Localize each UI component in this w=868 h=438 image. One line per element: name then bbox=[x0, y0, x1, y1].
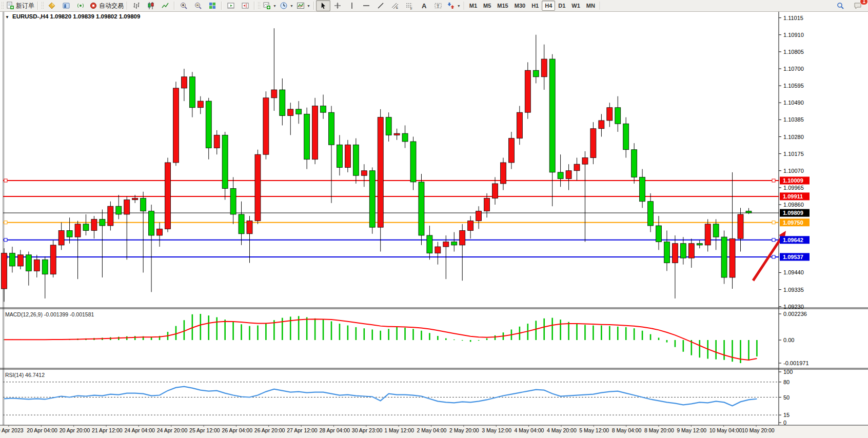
time-axis-label: 25 Apr 12:00 bbox=[189, 427, 220, 433]
auto-scroll-button[interactable] bbox=[224, 0, 238, 11]
line-handle[interactable] bbox=[772, 221, 775, 224]
timeframe-h1-button[interactable]: H1 bbox=[528, 1, 542, 11]
candle-body bbox=[427, 235, 432, 253]
fibonacci-button[interactable]: F bbox=[402, 0, 417, 11]
candle-body bbox=[149, 211, 154, 235]
price-badge-label: 1.09642 bbox=[783, 237, 803, 243]
bars-chart-icon bbox=[132, 2, 141, 10]
candle-body bbox=[688, 244, 694, 258]
line-handle[interactable] bbox=[4, 179, 7, 182]
tile-windows-button[interactable] bbox=[205, 0, 220, 11]
new-order-button[interactable]: 新订单 bbox=[5, 0, 36, 11]
hline-button[interactable] bbox=[359, 0, 373, 11]
crosshair-button[interactable] bbox=[330, 0, 345, 11]
candle-body bbox=[369, 171, 375, 227]
line-handle[interactable] bbox=[4, 221, 7, 224]
candle-body bbox=[42, 260, 48, 274]
line-chart-button[interactable] bbox=[158, 0, 172, 11]
candle-body bbox=[672, 244, 678, 263]
autotrade-button[interactable]: 自动交易 bbox=[88, 0, 125, 11]
svg-text:T: T bbox=[437, 4, 440, 9]
toolbar-separator bbox=[600, 2, 601, 10]
rsi-indicator-label: RSI(14) 46.7412 bbox=[5, 372, 45, 378]
time-axis-label: 1 May 12:00 bbox=[384, 427, 414, 433]
timeframe-m5-button[interactable]: M5 bbox=[480, 1, 494, 11]
candle-body bbox=[378, 117, 383, 228]
timeframe-m30-button[interactable]: M30 bbox=[511, 1, 528, 11]
timeframe-w1-button[interactable]: W1 bbox=[568, 1, 583, 11]
data-window-button[interactable] bbox=[59, 0, 73, 11]
rsi-axis-label: 100 bbox=[783, 369, 793, 375]
candle-body bbox=[664, 242, 669, 263]
candle-body bbox=[402, 133, 408, 142]
arrows-button[interactable]: ▼ bbox=[445, 0, 462, 11]
candle-chart-button[interactable] bbox=[144, 0, 158, 11]
price-axis-label: 1.10700 bbox=[783, 66, 804, 72]
time-axis-label: 8 May 20:00 bbox=[644, 427, 674, 433]
candle-body bbox=[312, 106, 318, 160]
search-button[interactable] bbox=[833, 0, 847, 11]
symbol-dropdown-icon[interactable]: ▼ bbox=[5, 15, 9, 19]
chevron-down-icon: ▼ bbox=[307, 4, 310, 8]
text-icon: A bbox=[420, 2, 428, 10]
indicators-button[interactable]: ▼ bbox=[295, 0, 312, 11]
candle-body bbox=[590, 129, 596, 158]
candle-body bbox=[632, 150, 637, 177]
channel-button[interactable]: E bbox=[388, 0, 402, 11]
price-axis-label: 1.10490 bbox=[783, 99, 804, 106]
time-axis-label: 4 May 20:00 bbox=[547, 427, 577, 433]
cursor-button[interactable] bbox=[316, 0, 330, 11]
period-clock-icon bbox=[280, 2, 288, 10]
time-axis-label: 26 Apr 20:00 bbox=[254, 427, 285, 433]
candle-body bbox=[443, 242, 449, 247]
line-handle[interactable] bbox=[772, 255, 775, 258]
period-clock-button[interactable]: ▼ bbox=[278, 0, 295, 11]
zoom-out-button[interactable] bbox=[191, 0, 205, 11]
candle-body bbox=[9, 253, 15, 266]
timeframe-m15-button[interactable]: M15 bbox=[494, 1, 511, 11]
timeframe-m1-button[interactable]: M1 bbox=[466, 1, 480, 11]
candle-body bbox=[386, 117, 391, 135]
price-axis-label: 1.10070 bbox=[783, 168, 804, 174]
candle-body bbox=[230, 188, 236, 214]
price-axis-label: 1.09965 bbox=[783, 185, 804, 191]
vline-button[interactable] bbox=[345, 0, 359, 11]
trendline-button[interactable] bbox=[373, 0, 388, 11]
line-handle[interactable] bbox=[4, 238, 7, 242]
chart-shift-button[interactable] bbox=[238, 0, 252, 11]
time-axis-label: 2 May 04:00 bbox=[417, 427, 447, 433]
toolbar-separator bbox=[221, 2, 222, 10]
candle-body bbox=[410, 142, 416, 182]
zoom-in-button[interactable] bbox=[176, 0, 191, 11]
market-watch-button[interactable] bbox=[45, 0, 59, 11]
navigator-button[interactable] bbox=[73, 0, 88, 11]
label-button[interactable]: T bbox=[431, 0, 445, 11]
candle-body bbox=[157, 229, 163, 235]
candle-body bbox=[729, 238, 735, 277]
cursor-icon bbox=[319, 2, 327, 10]
text-button[interactable]: A bbox=[417, 0, 431, 11]
candle-body bbox=[656, 226, 662, 242]
candle-body bbox=[623, 124, 629, 149]
price-axis-label: 1.11015 bbox=[783, 15, 803, 21]
toolbar-separator bbox=[127, 2, 128, 10]
new-order-label: 新订单 bbox=[16, 2, 34, 10]
timeframe-h4-button[interactable]: H4 bbox=[542, 1, 555, 11]
time-axis-label: 24 Apr 20:00 bbox=[157, 427, 188, 433]
chevron-down-icon: ▼ bbox=[457, 4, 461, 8]
candle-body bbox=[361, 171, 367, 175]
new-chart-button[interactable]: ▼ bbox=[261, 0, 278, 11]
line-handle[interactable] bbox=[772, 179, 775, 182]
fibonacci-icon: F bbox=[405, 2, 413, 10]
market-watch-icon bbox=[48, 2, 56, 10]
bars-chart-button[interactable] bbox=[129, 0, 144, 11]
candle-body bbox=[713, 224, 719, 237]
timeframe-d1-button[interactable]: D1 bbox=[555, 1, 568, 11]
line-handle[interactable] bbox=[772, 238, 775, 242]
price-axis-label: 1.09860 bbox=[783, 202, 804, 208]
timeframe-mn-button[interactable]: MN bbox=[583, 1, 598, 11]
notifications-button[interactable]: 1 bbox=[851, 0, 865, 11]
macd-axis-label: 0.00 bbox=[783, 337, 794, 343]
toolbar-grip bbox=[1, 2, 4, 10]
candle-body bbox=[124, 200, 130, 214]
